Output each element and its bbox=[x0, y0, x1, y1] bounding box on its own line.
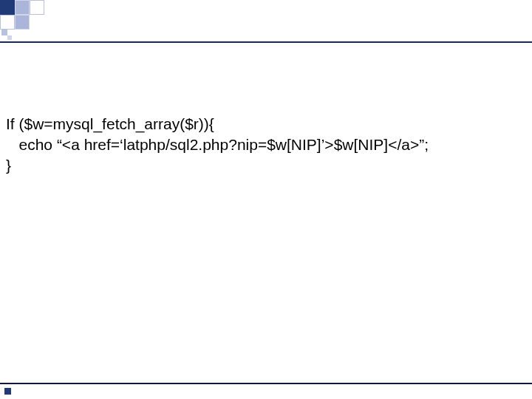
corner-motif bbox=[0, 0, 118, 44]
top-divider bbox=[0, 41, 532, 43]
bottom-divider bbox=[0, 383, 532, 384]
code-line-3: } bbox=[6, 155, 526, 176]
bottom-square-icon bbox=[4, 388, 11, 395]
code-line-2: echo “<a href=‘latphp/sql2.php?nip=$w[NI… bbox=[6, 134, 526, 155]
code-block: If ($w=mysql_fetch_array($r)){ echo “<a … bbox=[6, 114, 526, 176]
code-line-1: If ($w=mysql_fetch_array($r)){ bbox=[6, 114, 526, 134]
